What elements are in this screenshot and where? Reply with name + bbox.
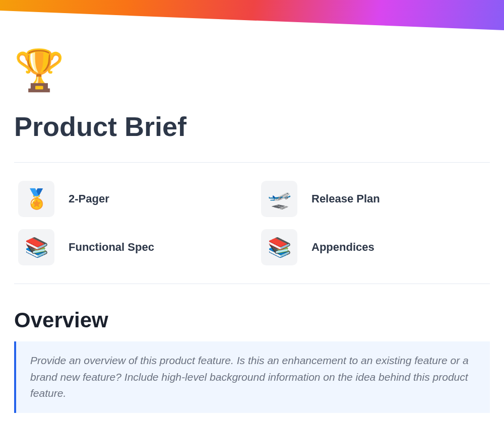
medal-icon: 🏅	[18, 181, 54, 217]
nav-item-label: Functional Spec	[69, 241, 154, 254]
nav-item-functional-spec[interactable]: 📚 Functional Spec	[18, 229, 243, 265]
overview-callout: Provide an overview of this product feat…	[14, 341, 490, 413]
divider	[14, 284, 490, 284]
header-banner	[0, 0, 504, 30]
nav-item-appendices[interactable]: 📚 Appendices	[261, 229, 486, 265]
overview-callout-text: Provide an overview of this product feat…	[30, 353, 476, 402]
nav-item-label: Release Plan	[311, 192, 380, 205]
trophy-icon: 🏆	[14, 50, 490, 91]
nav-item-2pager[interactable]: 🏅 2-Pager	[18, 181, 243, 217]
page-content: 🏆 Product Brief 🏅 2-Pager 🛫 Release Plan…	[0, 30, 504, 413]
books-icon: 📚	[18, 229, 54, 265]
nav-item-release-plan[interactable]: 🛫 Release Plan	[261, 181, 486, 217]
airplane-icon: 🛫	[261, 181, 297, 217]
nav-item-label: 2-Pager	[69, 192, 109, 205]
page-title: Product Brief	[14, 111, 490, 142]
nav-item-label: Appendices	[311, 241, 374, 254]
books-icon: 📚	[261, 229, 297, 265]
overview-heading: Overview	[14, 308, 490, 332]
nav-grid: 🏅 2-Pager 🛫 Release Plan 📚 Functional Sp…	[14, 163, 490, 284]
